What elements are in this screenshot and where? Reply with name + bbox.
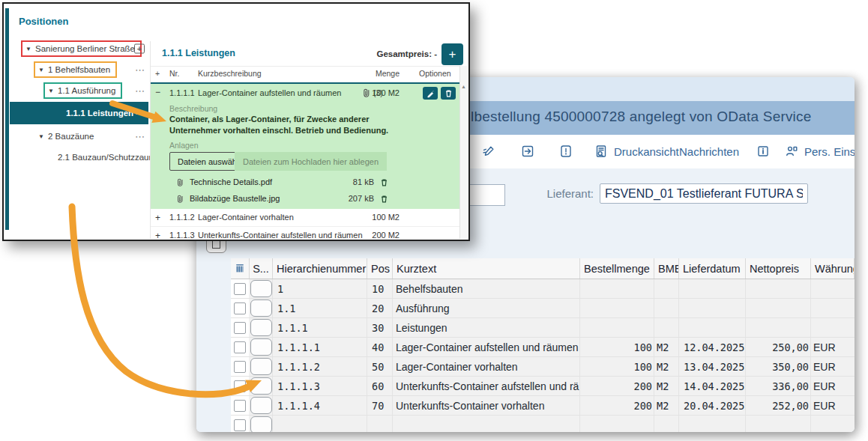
row-button-cell [250,338,273,356]
personal-settings-button[interactable]: Pers. Einst [784,135,855,168]
more-actions-button[interactable]: ⋯ [135,153,145,162]
tree-item[interactable]: ▼ 1.1.1 Leistungen ⋯ [10,102,148,124]
more-actions-button[interactable]: ⋯ [135,109,145,118]
cell-kurztext: Unterkunfts-Container aufstellen und rä.… [393,377,580,395]
messages-icon-button[interactable] [558,135,573,168]
item-description: Lager-Container aufstellen und räumen [198,88,341,97]
tree-item[interactable]: ▼ 1 Behelfsbauten ⋯ [10,60,148,79]
col-header-waehrung[interactable]: Währung [811,258,855,279]
row-detail-button[interactable] [250,280,272,297]
scroll-up-icon[interactable]: ▲ [461,84,466,89]
tree-item-label: 1 Behelfsbauten [48,65,110,74]
cell-kurztext: Lager-Container vorhalten [393,357,580,376]
supplier-input[interactable] [600,183,808,204]
left-edge-accent [5,8,9,230]
collapse-row-toggle[interactable]: − [155,87,160,97]
detail-column-header: + Nr. Kurzbeschreibung Menge Optionen [151,66,459,84]
more-actions-button[interactable]: ⋯ [135,86,145,96]
supplier-label: Lieferant: [525,187,594,200]
row-detail-button[interactable] [250,299,272,317]
delete-file-button[interactable] [379,194,389,204]
col-header-nettopreis[interactable]: Nettopreis [746,258,811,279]
row-detail-button[interactable] [250,416,272,432]
info-button[interactable] [756,135,771,168]
personal-settings-icon [784,144,799,159]
file-size: 81 kB [353,177,374,186]
row-detail-button[interactable] [250,358,272,375]
col-nr: Nr. [169,69,179,78]
col-header-bestellmenge[interactable]: Bestellmenge [580,258,654,279]
more-actions-button[interactable]: ⋯ [135,65,145,75]
detail-scrollbar[interactable]: ▲ [459,66,467,239]
cell-nettopreis: 350,00 [746,357,811,376]
col-header-bme[interactable]: BME [654,258,679,279]
cell-kurztext: Lager-Container aufstellen und räumen [393,338,580,356]
col-header-lieferdatum[interactable]: Lieferdatum [679,258,746,279]
cell-kurztext [393,416,580,432]
file-name[interactable]: Bildabzüge Baustelle.jpg [190,194,280,203]
add-node-button[interactable]: + [134,44,145,54]
caret-down-icon[interactable]: ▼ [37,67,45,73]
cell-bme: M2 [654,357,679,376]
add-item-button[interactable]: + [441,43,463,65]
file-dropzone[interactable]: Dateien zum Hochladen hier ablegen [235,152,387,171]
col-header-hierarchienummer[interactable]: Hierarchienummer [273,258,367,279]
attachment-list: Technische Details.pdf 81 kB Bildabzüge … [175,174,389,207]
cell-kurztext: Ausführung [393,299,580,317]
table-row [231,416,855,432]
cell-nettopreis [746,416,811,432]
total-price-label: Gesamtpreis: - [376,49,437,58]
tree-item[interactable]: ▼ Sanierung Berliner Straße + [10,39,148,58]
edit-item-button[interactable] [423,87,438,100]
tree-item[interactable]: ▼ 2.1 Bauzaun/Schutzzaun ⋯ [10,147,148,167]
row-checkbox[interactable] [234,400,246,412]
delete-item-button[interactable] [441,87,456,100]
row-checkbox[interactable] [234,361,246,373]
tree-item[interactable]: ▼ 2 Bauzäune ⋯ [10,127,148,146]
caret-down-icon[interactable]: ▼ [37,133,45,140]
expand-row-toggle[interactable]: + [155,231,160,241]
row-checkbox[interactable] [234,380,246,392]
trash-icon [379,177,389,187]
item-detail-panel: 1.1.1 Leistungen Gesamtpreis: - + + Nr. … [150,41,467,239]
messages-button[interactable]: Nachrichten [679,135,739,168]
col-header-pos[interactable]: Pos [367,258,393,279]
row-checkbox[interactable] [234,283,246,295]
row-detail-button[interactable] [250,319,272,336]
row-detail-button[interactable] [250,338,272,356]
caret-down-icon[interactable]: ▼ [47,88,55,94]
cell-lieferdatum: 13.04.2025 [679,357,746,376]
positions-overlay-window: Positionen ▼ Sanierung Berliner Straße +… [2,2,470,241]
expand-row-toggle[interactable]: + [155,213,160,223]
cell-hierarchienummer: 1.1.1.2 [273,357,367,376]
row-checkbox[interactable] [234,302,246,314]
cell-waehrung [811,279,855,298]
row-select-cell [231,357,250,376]
detail-row: + 1.1.1.3 Unterkunfts-Container aufstell… [151,227,459,241]
trash-icon [379,194,389,204]
cell-pos: 60 [367,377,393,395]
print-preview-button[interactable]: Druckansicht [594,135,679,168]
item-description: Lager-Container vorhalten [198,213,294,222]
description-line-2: Unternehmer vorhalten einschl. Betrieb u… [169,126,388,135]
caret-down-icon[interactable]: ▼ [25,46,32,52]
table-corner-cell[interactable] [231,258,250,279]
row-detail-button[interactable] [250,397,272,414]
row-checkbox[interactable] [234,419,246,431]
col-header-kurztext[interactable]: Kurztext [393,258,580,279]
tree-item-box: ▼ 1.1 Ausführung [43,82,122,99]
file-name[interactable]: Technische Details.pdf [190,177,272,186]
cell-hierarchienummer: 1.1 [273,299,367,317]
row-checkbox[interactable] [234,341,246,353]
row-detail-button[interactable] [250,377,272,395]
cell-bestellmenge: 100 [580,357,654,376]
tree-item[interactable]: ▼ 1.1 Ausführung ⋯ [10,81,148,100]
tree-item-box: ▼ 2 Bauzäune [34,128,100,145]
delete-file-button[interactable] [379,177,389,187]
col-header-s[interactable]: S... [250,258,273,279]
row-checkbox[interactable] [234,322,246,334]
other-document-button[interactable] [520,135,535,168]
display-change-button[interactable] [481,135,496,168]
item-number: 1.1.1.2 [169,213,195,222]
more-actions-button[interactable]: ⋯ [135,132,145,142]
